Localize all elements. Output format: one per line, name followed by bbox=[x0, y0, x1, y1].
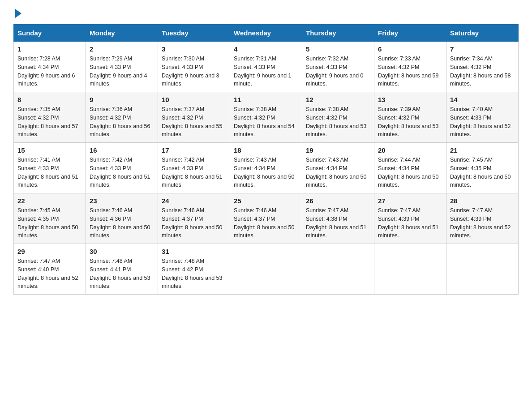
calendar-cell: 6 Sunrise: 7:33 AMSunset: 4:32 PMDayligh… bbox=[374, 42, 446, 92]
day-info: Sunrise: 7:43 AMSunset: 4:34 PMDaylight:… bbox=[234, 157, 295, 188]
day-info: Sunrise: 7:46 AMSunset: 4:36 PMDaylight:… bbox=[90, 207, 150, 239]
calendar-cell: 24 Sunrise: 7:46 AMSunset: 4:37 PMDaylig… bbox=[158, 193, 230, 244]
day-number: 18 bbox=[234, 146, 298, 154]
day-info: Sunrise: 7:47 AMSunset: 4:40 PMDaylight:… bbox=[17, 258, 78, 289]
calendar-cell: 23 Sunrise: 7:46 AMSunset: 4:36 PMDaylig… bbox=[86, 193, 158, 244]
calendar-cell: 2 Sunrise: 7:29 AMSunset: 4:33 PMDayligh… bbox=[86, 42, 158, 92]
day-number: 5 bbox=[306, 45, 370, 53]
day-info: Sunrise: 7:48 AMSunset: 4:41 PMDaylight:… bbox=[90, 258, 150, 289]
calendar-table: SundayMondayTuesdayWednesdayThursdayFrid… bbox=[13, 24, 519, 295]
calendar-cell: 20 Sunrise: 7:44 AMSunset: 4:34 PMDaylig… bbox=[374, 143, 446, 193]
day-info: Sunrise: 7:39 AMSunset: 4:32 PMDaylight:… bbox=[378, 106, 439, 137]
day-info: Sunrise: 7:45 AMSunset: 4:35 PMDaylight:… bbox=[450, 157, 511, 188]
calendar-cell bbox=[446, 244, 519, 295]
day-number: 20 bbox=[378, 146, 442, 154]
day-number: 28 bbox=[450, 197, 515, 205]
day-info: Sunrise: 7:42 AMSunset: 4:33 PMDaylight:… bbox=[90, 157, 150, 188]
day-info: Sunrise: 7:38 AMSunset: 4:32 PMDaylight:… bbox=[234, 106, 295, 137]
day-info: Sunrise: 7:42 AMSunset: 4:33 PMDaylight:… bbox=[162, 157, 223, 188]
day-number: 24 bbox=[162, 197, 226, 205]
calendar-week-row: 29 Sunrise: 7:47 AMSunset: 4:40 PMDaylig… bbox=[14, 244, 519, 295]
day-number: 29 bbox=[17, 248, 82, 255]
day-number: 8 bbox=[17, 96, 82, 103]
day-number: 15 bbox=[17, 146, 82, 154]
day-number: 13 bbox=[378, 96, 442, 103]
col-header-wednesday: Wednesday bbox=[230, 25, 302, 42]
calendar-cell bbox=[374, 244, 446, 295]
calendar-cell bbox=[302, 244, 374, 295]
calendar-cell: 16 Sunrise: 7:42 AMSunset: 4:33 PMDaylig… bbox=[86, 143, 158, 193]
calendar-cell: 19 Sunrise: 7:43 AMSunset: 4:34 PMDaylig… bbox=[302, 143, 374, 193]
day-number: 26 bbox=[306, 197, 370, 205]
calendar-week-row: 1 Sunrise: 7:28 AMSunset: 4:34 PMDayligh… bbox=[14, 42, 519, 92]
day-info: Sunrise: 7:34 AMSunset: 4:32 PMDaylight:… bbox=[450, 56, 511, 87]
day-number: 12 bbox=[306, 96, 370, 103]
day-number: 14 bbox=[450, 96, 515, 103]
day-number: 10 bbox=[162, 96, 226, 103]
calendar-week-row: 8 Sunrise: 7:35 AMSunset: 4:32 PMDayligh… bbox=[14, 92, 519, 143]
day-info: Sunrise: 7:40 AMSunset: 4:33 PMDaylight:… bbox=[450, 106, 511, 137]
day-info: Sunrise: 7:41 AMSunset: 4:33 PMDaylight:… bbox=[17, 157, 78, 188]
day-number: 9 bbox=[90, 96, 154, 103]
calendar-cell: 15 Sunrise: 7:41 AMSunset: 4:33 PMDaylig… bbox=[14, 143, 86, 193]
day-number: 31 bbox=[162, 248, 226, 255]
calendar-week-row: 22 Sunrise: 7:45 AMSunset: 4:35 PMDaylig… bbox=[14, 193, 519, 244]
calendar-body: 1 Sunrise: 7:28 AMSunset: 4:34 PMDayligh… bbox=[14, 42, 519, 295]
calendar-cell: 10 Sunrise: 7:37 AMSunset: 4:32 PMDaylig… bbox=[158, 92, 230, 143]
day-info: Sunrise: 7:43 AMSunset: 4:34 PMDaylight:… bbox=[306, 157, 367, 188]
calendar-cell: 8 Sunrise: 7:35 AMSunset: 4:32 PMDayligh… bbox=[14, 92, 86, 143]
calendar-cell: 13 Sunrise: 7:39 AMSunset: 4:32 PMDaylig… bbox=[374, 92, 446, 143]
day-number: 1 bbox=[17, 45, 82, 53]
calendar-cell: 29 Sunrise: 7:47 AMSunset: 4:40 PMDaylig… bbox=[14, 244, 86, 295]
calendar-cell: 25 Sunrise: 7:46 AMSunset: 4:37 PMDaylig… bbox=[230, 193, 302, 244]
day-number: 30 bbox=[90, 248, 154, 255]
day-info: Sunrise: 7:29 AMSunset: 4:33 PMDaylight:… bbox=[90, 56, 147, 87]
day-info: Sunrise: 7:32 AMSunset: 4:33 PMDaylight:… bbox=[306, 56, 364, 87]
day-number: 6 bbox=[378, 45, 442, 53]
day-number: 4 bbox=[234, 45, 298, 53]
col-header-thursday: Thursday bbox=[302, 25, 374, 42]
calendar-cell: 31 Sunrise: 7:48 AMSunset: 4:42 PMDaylig… bbox=[158, 244, 230, 295]
calendar-cell: 21 Sunrise: 7:45 AMSunset: 4:35 PMDaylig… bbox=[446, 143, 519, 193]
calendar-cell: 18 Sunrise: 7:43 AMSunset: 4:34 PMDaylig… bbox=[230, 143, 302, 193]
calendar-cell: 4 Sunrise: 7:31 AMSunset: 4:33 PMDayligh… bbox=[230, 42, 302, 92]
day-info: Sunrise: 7:47 AMSunset: 4:39 PMDaylight:… bbox=[450, 207, 511, 239]
calendar-cell: 7 Sunrise: 7:34 AMSunset: 4:32 PMDayligh… bbox=[446, 42, 519, 92]
day-info: Sunrise: 7:33 AMSunset: 4:32 PMDaylight:… bbox=[378, 56, 439, 87]
calendar-cell: 9 Sunrise: 7:36 AMSunset: 4:32 PMDayligh… bbox=[86, 92, 158, 143]
calendar-cell: 3 Sunrise: 7:30 AMSunset: 4:33 PMDayligh… bbox=[158, 42, 230, 92]
calendar-cell: 5 Sunrise: 7:32 AMSunset: 4:33 PMDayligh… bbox=[302, 42, 374, 92]
col-header-monday: Monday bbox=[86, 25, 158, 42]
calendar-cell: 28 Sunrise: 7:47 AMSunset: 4:39 PMDaylig… bbox=[446, 193, 519, 244]
logo-arrow-icon bbox=[15, 9, 21, 18]
col-header-sunday: Sunday bbox=[14, 25, 86, 42]
logo bbox=[13, 9, 21, 15]
day-number: 7 bbox=[450, 45, 515, 53]
day-info: Sunrise: 7:31 AMSunset: 4:33 PMDaylight:… bbox=[234, 56, 292, 87]
day-number: 25 bbox=[234, 197, 298, 205]
calendar-cell: 17 Sunrise: 7:42 AMSunset: 4:33 PMDaylig… bbox=[158, 143, 230, 193]
day-number: 11 bbox=[234, 96, 298, 103]
day-number: 19 bbox=[306, 146, 370, 154]
day-info: Sunrise: 7:46 AMSunset: 4:37 PMDaylight:… bbox=[162, 207, 223, 239]
day-number: 21 bbox=[450, 146, 515, 154]
calendar-header-row: SundayMondayTuesdayWednesdayThursdayFrid… bbox=[14, 25, 519, 42]
calendar-cell: 30 Sunrise: 7:48 AMSunset: 4:41 PMDaylig… bbox=[86, 244, 158, 295]
calendar-cell: 26 Sunrise: 7:47 AMSunset: 4:38 PMDaylig… bbox=[302, 193, 374, 244]
day-info: Sunrise: 7:45 AMSunset: 4:35 PMDaylight:… bbox=[17, 207, 78, 239]
calendar-cell: 12 Sunrise: 7:38 AMSunset: 4:32 PMDaylig… bbox=[302, 92, 374, 143]
day-info: Sunrise: 7:36 AMSunset: 4:32 PMDaylight:… bbox=[90, 106, 150, 137]
calendar-cell: 1 Sunrise: 7:28 AMSunset: 4:34 PMDayligh… bbox=[14, 42, 86, 92]
day-number: 17 bbox=[162, 146, 226, 154]
day-number: 23 bbox=[90, 197, 154, 205]
page-header bbox=[13, 9, 519, 15]
col-header-saturday: Saturday bbox=[446, 25, 519, 42]
day-info: Sunrise: 7:37 AMSunset: 4:32 PMDaylight:… bbox=[162, 106, 223, 137]
day-number: 27 bbox=[378, 197, 442, 205]
day-info: Sunrise: 7:44 AMSunset: 4:34 PMDaylight:… bbox=[378, 157, 439, 188]
col-header-friday: Friday bbox=[374, 25, 446, 42]
day-info: Sunrise: 7:47 AMSunset: 4:38 PMDaylight:… bbox=[306, 207, 367, 239]
calendar-cell: 14 Sunrise: 7:40 AMSunset: 4:33 PMDaylig… bbox=[446, 92, 519, 143]
day-number: 3 bbox=[162, 45, 226, 53]
col-header-tuesday: Tuesday bbox=[158, 25, 230, 42]
